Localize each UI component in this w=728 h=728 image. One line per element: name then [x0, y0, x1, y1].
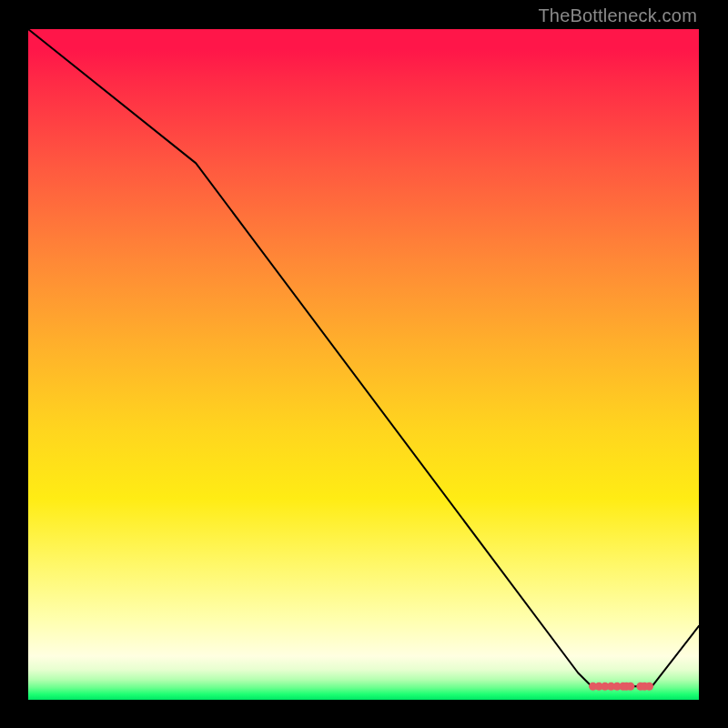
chart-frame: TheBottleneck.com — [0, 0, 728, 728]
chart-svg — [28, 29, 699, 700]
highlight-dot — [645, 682, 653, 691]
highlight-markers — [589, 682, 653, 691]
watermark-text: TheBottleneck.com — [538, 5, 697, 26]
curve-line — [28, 29, 699, 686]
highlight-dot — [626, 682, 634, 691]
